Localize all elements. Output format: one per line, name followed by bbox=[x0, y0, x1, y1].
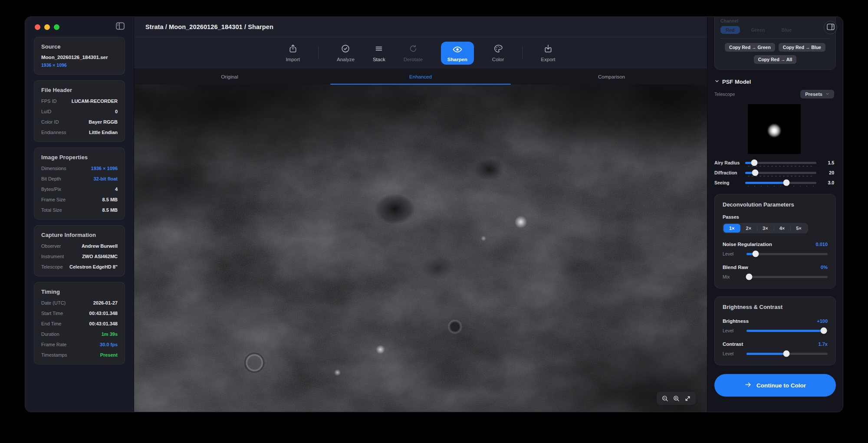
row-value: Andrew Burwell bbox=[82, 243, 118, 249]
breadcrumb-bar: Strata / Moon_20260126_184301 / Sharpen bbox=[134, 17, 707, 37]
table-row: Start Time00:43:01.348 bbox=[41, 311, 118, 316]
toggle-right-sidebar-button[interactable] bbox=[824, 21, 837, 34]
copy-red-to-green-button[interactable]: Copy Red → Green bbox=[725, 43, 775, 52]
row-label: FPS ID bbox=[41, 98, 56, 104]
table-row: Frame Size8.5 MB bbox=[41, 197, 118, 202]
passes-3x-button[interactable]: 3× bbox=[757, 224, 774, 233]
export-icon bbox=[543, 44, 553, 54]
seeing-slider[interactable] bbox=[745, 182, 816, 184]
diffraction-label: Diffraction bbox=[714, 170, 741, 175]
brightness-contrast-title: Brightness & Contrast bbox=[723, 304, 828, 310]
slider-thumb[interactable] bbox=[783, 180, 790, 186]
analyze-label: Analyze bbox=[337, 57, 355, 62]
row-value: 0 bbox=[115, 109, 118, 114]
zoom-window-button[interactable] bbox=[54, 24, 59, 30]
continue-to-color-label: Continue to Color bbox=[756, 382, 806, 389]
presets-dropdown[interactable]: Presets bbox=[800, 90, 834, 98]
copy-red-to-all-button[interactable]: Copy Red → All bbox=[754, 55, 796, 64]
minimize-window-button[interactable] bbox=[44, 24, 50, 30]
color-button[interactable]: Color bbox=[492, 44, 504, 62]
diffraction-slider[interactable] bbox=[745, 172, 816, 174]
image-properties-card: Image Properties Dimensions1936 × 1096 B… bbox=[34, 148, 125, 220]
sharpen-label: Sharpen bbox=[447, 57, 467, 62]
airy-radius-value: 1.5 bbox=[820, 160, 834, 165]
mix-label: Mix bbox=[723, 274, 743, 279]
contrast-level-slider[interactable] bbox=[746, 353, 828, 355]
blend-mix-slider[interactable] bbox=[746, 276, 828, 278]
stack-icon bbox=[374, 44, 384, 54]
continue-to-color-button[interactable]: Continue to Color bbox=[714, 374, 836, 397]
tab-comparison[interactable]: Comparison bbox=[516, 69, 707, 85]
row-value: Present bbox=[100, 352, 118, 358]
row-value: 8.5 MB bbox=[102, 207, 118, 213]
analyze-button[interactable]: Analyze bbox=[337, 44, 355, 62]
sharpen-button[interactable]: Sharpen bbox=[441, 42, 474, 65]
fit-to-view-button[interactable] bbox=[683, 394, 692, 403]
left-sidebar: Source Moon_20260126_184301.ser 1936 × 1… bbox=[25, 17, 134, 412]
zoom-in-button[interactable] bbox=[672, 394, 681, 403]
toggle-left-sidebar-button[interactable] bbox=[115, 22, 126, 32]
timing-card: Timing Date (UTC)2026-01-27 Start Time00… bbox=[34, 282, 125, 364]
copy-red-to-blue-button[interactable]: Copy Red → Blue bbox=[779, 43, 825, 52]
import-button[interactable]: Import bbox=[286, 44, 300, 62]
psf-model-header[interactable]: PSF Model bbox=[714, 78, 834, 85]
slider-thumb[interactable] bbox=[752, 170, 758, 176]
level-label: Level bbox=[723, 351, 743, 356]
brightness-param: Brightness +100 Level bbox=[723, 318, 828, 333]
passes-1x-button[interactable]: 1× bbox=[723, 224, 740, 233]
channel-option-green[interactable]: Green bbox=[746, 26, 770, 34]
divider bbox=[720, 38, 830, 39]
contrast-value: 1.7x bbox=[819, 341, 828, 347]
deconvolution-parameters-card: Deconvolution Parameters Passes 1× 2× 3×… bbox=[714, 194, 836, 289]
noise-level-slider[interactable] bbox=[746, 253, 828, 255]
image-viewer[interactable] bbox=[134, 85, 707, 412]
slider-thumb[interactable] bbox=[751, 160, 758, 166]
channel-card: Channel Red Green Blue Copy Red → Green … bbox=[714, 17, 836, 70]
stack-button[interactable]: Stack bbox=[373, 44, 385, 62]
row-label: Duration bbox=[41, 331, 59, 337]
row-value: 1m 39s bbox=[102, 331, 118, 337]
sidebar-left-icon bbox=[116, 22, 125, 32]
capture-information-card: Capture Information ObserverAndrew Burwe… bbox=[34, 225, 125, 276]
table-row: ObserverAndrew Burwell bbox=[41, 243, 118, 249]
slider-thumb[interactable] bbox=[783, 351, 789, 357]
passes-5x-button[interactable]: 5× bbox=[790, 224, 807, 233]
brightness-level-slider[interactable] bbox=[746, 330, 828, 332]
slider-thumb[interactable] bbox=[752, 251, 759, 257]
airy-radius-slider[interactable] bbox=[745, 162, 816, 164]
passes-label: Passes bbox=[723, 214, 828, 220]
brightness-label: Brightness bbox=[723, 318, 749, 324]
table-row: FPS IDLUCAM-RECORDER bbox=[41, 98, 118, 104]
tab-original[interactable]: Original bbox=[134, 69, 325, 85]
passes-2x-button[interactable]: 2× bbox=[740, 224, 757, 233]
row-value: Bayer RGGB bbox=[89, 119, 118, 125]
export-button[interactable]: Export bbox=[541, 44, 555, 62]
row-label: Bytes/Pix bbox=[41, 187, 61, 192]
zoom-out-button[interactable] bbox=[661, 394, 669, 403]
row-value: 32-bit float bbox=[93, 176, 118, 181]
passes-4x-button[interactable]: 4× bbox=[774, 224, 791, 233]
row-value: 2026-01-27 bbox=[93, 300, 118, 305]
airy-radius-label: Airy Radius bbox=[714, 160, 741, 165]
row-value: 8.5 MB bbox=[102, 197, 118, 202]
slider-thumb[interactable] bbox=[746, 274, 752, 280]
row-value: LUCAM-RECORDER bbox=[72, 98, 118, 104]
slider-thumb[interactable] bbox=[820, 328, 827, 334]
table-row: Color IDBayer RGGB bbox=[41, 119, 118, 125]
tab-enhanced-label: Enhanced bbox=[409, 74, 432, 79]
diffraction-value: 20 bbox=[820, 170, 834, 175]
presets-label: Presets bbox=[805, 92, 822, 97]
channel-option-red[interactable]: Red bbox=[720, 26, 740, 34]
analyze-icon bbox=[341, 44, 350, 54]
close-window-button[interactable] bbox=[35, 24, 40, 30]
tab-enhanced[interactable]: Enhanced bbox=[325, 69, 516, 85]
brightness-value: +100 bbox=[817, 318, 828, 324]
table-row: EndiannessLittle Endian bbox=[41, 130, 118, 135]
channel-option-blue[interactable]: Blue bbox=[776, 26, 797, 34]
channel-label: Channel bbox=[720, 18, 830, 23]
copy-buttons-row: Copy Red → All bbox=[720, 55, 830, 64]
viewer-zoom-controls bbox=[657, 392, 696, 405]
seeing-row: Seeing 3.0 bbox=[714, 180, 834, 185]
arrow-right-icon bbox=[744, 381, 752, 390]
tab-comparison-label: Comparison bbox=[598, 74, 625, 79]
